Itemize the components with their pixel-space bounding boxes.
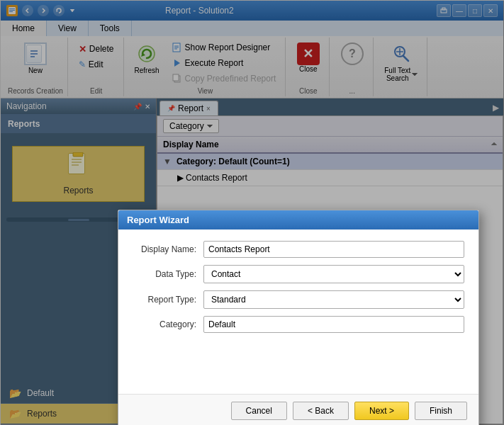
svg-rect-3 [9,11,13,12]
close-ribbon-button[interactable]: ✕ Close [292,39,325,76]
group-row-label: Category: Default (Count=1) [177,157,290,166]
fulltext-search-icon [390,42,413,65]
nav-reports-folder-icon: 📂 [9,408,21,419]
category-dropdown-icon [207,123,213,129]
tab-tools[interactable]: Tools [89,21,132,36]
minimize-button[interactable]: — [452,4,466,17]
fulltext-group: Full TextSearch [375,38,427,96]
nav-default-label: Default [27,388,54,398]
display-name-label: Display Name: [133,244,203,254]
category-wizard-label: Category: [133,319,203,329]
nav-reports-box[interactable]: Reports [12,146,145,202]
svg-rect-1 [9,8,15,9]
report-tab[interactable]: 📌 Report × [159,101,218,115]
edit-group: ✕ Delete ✎ Edit Edit [69,38,124,96]
title-bar: Report - Solution2 — □ ✕ [1,1,503,21]
nav-header-controls: 📌 ✕ [133,103,150,110]
maximize-button[interactable]: □ [468,4,482,17]
copy-predefined-button[interactable]: Copy Predefined Report [167,72,281,86]
tab-close-btn[interactable]: × [206,105,211,113]
report-type-select[interactable]: Standard [203,290,464,309]
more-group-label: ... [349,87,355,95]
display-name-field: Display Name: [133,241,464,258]
nav-pin-btn[interactable]: 📌 [133,103,142,110]
show-report-designer-label: Show Report Designer [185,42,271,52]
execute-report-label: Execute Report [185,58,244,68]
edit-group-label: Edit [90,87,102,95]
svg-rect-2 [9,10,15,11]
cancel-button[interactable]: Cancel [231,402,287,420]
report-table: Display Name ▼ Category: Default (Count=… [157,137,503,186]
execute-icon [172,58,182,68]
fulltext-dropdown-icon [412,72,418,77]
close-group-items: ✕ Close [292,39,325,86]
nav-refresh-btn[interactable] [53,5,65,16]
question-button[interactable]: ? [336,39,369,70]
copy-icon [172,74,182,84]
new-button[interactable]: New [19,39,52,78]
tab-home[interactable]: Home [1,21,47,36]
svg-rect-19 [173,74,179,81]
tab-label: Report [178,103,203,113]
report-type-field: Report Type: Standard [133,290,464,309]
tab-pin-icon: 📌 [167,105,175,112]
wizard-title: Report Wizard [118,210,478,230]
display-name-input[interactable] [203,241,464,258]
pin-window-btn[interactable] [437,4,451,17]
edit-btns-col: ✕ Delete ✎ Edit [74,39,119,72]
nav-forward-btn[interactable] [38,5,49,16]
close-button[interactable]: ✕ [483,4,498,17]
wizard-spacer [118,351,478,394]
execute-report-button[interactable]: Execute Report [167,56,281,70]
view-btns-col: Show Report Designer Execute Report Copy… [167,39,281,86]
finish-button[interactable]: Finish [415,402,467,420]
records-creation-items: New [19,39,52,86]
nav-reports-icon [66,152,91,183]
next-button[interactable]: Next > [354,402,409,420]
nav-reports-box-container: Reports [1,133,156,215]
category-label: Category [169,121,204,131]
nav-default-icon: 📂 [9,387,21,399]
view-group: Refresh Show Report Designer Execute Rep… [125,38,286,96]
records-creation-group: New Records Creation [4,38,68,96]
nav-close-btn[interactable]: ✕ [145,103,150,110]
window-title: Report - Solution2 [165,6,234,16]
view-group-label: View [198,87,213,95]
edit-button[interactable]: ✎ Edit [74,57,119,72]
expand-child-btn[interactable]: ▶ [163,173,184,183]
more-group: ? ... [331,38,374,96]
question-icon: ? [341,42,364,65]
report-wizard-modal: Report Wizard Display Name: Data Type: C… [118,210,479,425]
dropdown-arrow-btn[interactable] [69,5,76,16]
tab-bar-chevron[interactable]: ▶ [488,100,503,115]
data-type-label: Data Type: [133,269,203,279]
close-ribbon-label: Close [299,65,318,73]
expand-group-btn[interactable]: ▼ [163,157,172,166]
refresh-button[interactable]: Refresh [130,39,164,78]
app-icon [6,5,18,16]
ribbon-content: New Records Creation ✕ Delete ✎ Edi [1,36,503,98]
category-input[interactable] [203,316,464,333]
ribbon: Home View Tools [1,21,503,98]
contacts-report-label: Contacts Report [186,173,247,183]
nav-title: Navigation [6,101,47,111]
report-designer-icon [172,42,182,52]
new-button-label: New [28,67,43,74]
fulltext-search-label: Full TextSearch [384,67,410,82]
back-button[interactable]: < Back [293,402,349,420]
nav-header: Navigation 📌 ✕ [1,98,156,114]
nav-back-btn[interactable] [22,5,33,16]
show-report-designer-button[interactable]: Show Report Designer [167,40,281,55]
delete-button[interactable]: ✕ Delete [74,42,119,56]
wizard-footer: Cancel < Back Next > Finish [118,394,478,425]
wizard-body: Display Name: Data Type: Contact Report … [118,230,478,351]
nav-section-title: Reports [8,119,40,129]
table-row[interactable]: ▶ Contacts Report [157,170,503,186]
tab-view[interactable]: View [47,21,89,36]
nav-section-header: Reports [1,114,156,133]
svg-line-21 [403,56,408,61]
data-type-select[interactable]: Contact [203,265,464,283]
close-group: ✕ Close Close [287,38,330,96]
fulltext-search-button[interactable]: Full TextSearch [379,39,422,86]
category-button[interactable]: Category [163,119,219,133]
